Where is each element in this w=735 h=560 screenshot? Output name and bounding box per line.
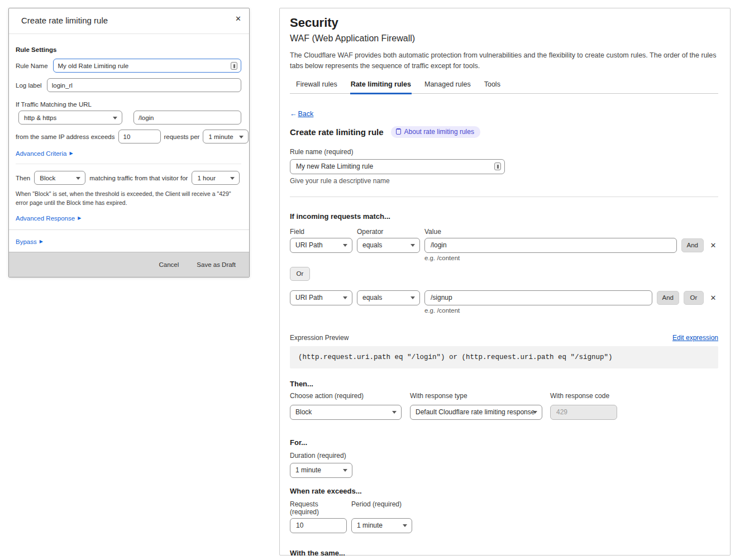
log-label-label: Log label: [16, 82, 42, 89]
duration-select[interactable]: 1 minute: [290, 463, 352, 478]
requests-label: Requests (required): [290, 500, 347, 516]
tab-firewall-rules[interactable]: Firewall rules: [295, 76, 338, 94]
back-arrow-icon: ←: [290, 110, 297, 118]
remove-condition-icon[interactable]: ✕: [708, 241, 718, 250]
back-label: Back: [298, 110, 314, 118]
value-input[interactable]: [424, 238, 677, 253]
scheme-select[interactable]: http & https: [18, 111, 122, 125]
caret-down-icon: [239, 136, 244, 138]
condition-row: URI Path equals And Or ✕: [290, 290, 718, 305]
sample-period-select[interactable]: 1 minute: [203, 130, 249, 143]
then-heading: Then...: [290, 380, 718, 388]
operator-select[interactable]: equals: [357, 238, 420, 253]
bypass-label: Bypass: [16, 238, 37, 245]
about-badge-label: About rate limiting rules: [404, 128, 474, 136]
response-code-input: [550, 405, 617, 420]
field-select-value: URI Path: [295, 294, 323, 301]
response-type-value: Default Cloudflare rate limiting respons…: [416, 408, 534, 416]
url-pattern-input[interactable]: [133, 111, 241, 125]
page-description: The Cloudflare WAF provides both automat…: [290, 50, 718, 71]
tab-rate-limiting-rules[interactable]: Rate limiting rules: [350, 76, 412, 94]
caret-down-icon: [533, 411, 537, 414]
chevron-right-icon: ▶: [69, 151, 73, 156]
threshold-suffix-text: requests per: [164, 133, 200, 140]
threshold-prefix-text: from the same IP address exceeds: [16, 133, 115, 140]
response-type-select[interactable]: Default Cloudflare rate limiting respons…: [410, 405, 542, 420]
or-connector-button[interactable]: Or: [684, 291, 704, 305]
chevron-right-icon: ▶: [78, 216, 81, 221]
action-select[interactable]: Block: [34, 171, 85, 185]
same-heading: With the same...: [290, 549, 718, 557]
request-threshold-input[interactable]: [118, 130, 161, 143]
tab-managed-rules[interactable]: Managed rules: [424, 76, 471, 94]
save-as-draft-button[interactable]: Save as Draft: [197, 261, 236, 268]
autofill-icon[interactable]: [494, 162, 501, 170]
period-select[interactable]: 1 minute: [351, 518, 412, 533]
ban-duration-select[interactable]: 1 hour: [192, 171, 240, 185]
tab-tools[interactable]: Tools: [484, 76, 501, 94]
duration-select-value: 1 minute: [295, 466, 321, 474]
advanced-criteria-label: Advanced Criteria: [16, 150, 66, 157]
then-label: Then: [16, 175, 30, 181]
rule-name-hint: Give your rule a descriptive name: [290, 177, 718, 185]
remove-condition-icon[interactable]: ✕: [708, 294, 718, 302]
close-icon[interactable]: ✕: [235, 15, 241, 23]
caret-down-icon: [411, 244, 415, 247]
action-select-value: Block: [40, 175, 55, 181]
dialog-footer: Cancel Save as Draft: [9, 252, 249, 277]
expression-preview-label: Expression Preview: [290, 334, 349, 342]
dialog-title: Create rate limiting rule: [21, 16, 108, 25]
caret-down-icon: [392, 411, 397, 414]
page-title: Security: [290, 16, 718, 30]
operator-column-label: Operator: [357, 228, 420, 236]
advanced-response-label: Advanced Response: [16, 215, 75, 222]
divider: [9, 229, 249, 230]
operator-select-value: equals: [362, 294, 382, 301]
legacy-rate-limit-dialog: Create rate limiting rule ✕ Rule Setting…: [8, 8, 250, 277]
autofill-icon[interactable]: [231, 62, 237, 70]
traffic-matching-label: If Traffic Matching the URL: [16, 101, 241, 108]
document-icon: [396, 128, 401, 135]
chevron-right-icon: ▶: [40, 240, 43, 244]
log-label-input[interactable]: [47, 78, 241, 92]
and-connector-button[interactable]: And: [657, 291, 679, 305]
operator-select[interactable]: equals: [357, 290, 420, 305]
value-input[interactable]: [424, 290, 652, 305]
caret-down-icon: [230, 177, 235, 180]
rate-heading: When rate exceeds...: [290, 487, 718, 495]
advanced-criteria-link[interactable]: Advanced Criteria ▶: [16, 150, 241, 157]
field-select[interactable]: URI Path: [290, 290, 352, 305]
ban-duration-value: 1 hour: [197, 175, 216, 181]
caret-down-icon: [343, 469, 347, 472]
requests-input[interactable]: [290, 518, 347, 533]
bypass-link[interactable]: Bypass ▶: [16, 238, 241, 245]
scheme-select-value: http & https: [24, 114, 56, 121]
choose-action-label: Choose action (required): [290, 392, 402, 400]
waf-tabs: Firewall rules Rate limiting rules Manag…: [290, 76, 718, 94]
response-code-label: With response code: [550, 392, 617, 400]
period-label: Period (required): [351, 500, 412, 516]
sample-period-value: 1 minute: [208, 133, 233, 140]
or-connector-button[interactable]: Or: [290, 267, 310, 281]
back-link[interactable]: ← Back: [290, 110, 313, 118]
field-column-label: Field: [290, 228, 352, 236]
condition-row: URI Path equals And ✕: [290, 238, 718, 253]
advanced-response-link[interactable]: Advanced Response ▶: [16, 215, 241, 222]
caret-down-icon: [343, 244, 347, 247]
value-hint: e.g. /content: [424, 307, 718, 314]
action-select[interactable]: Block: [290, 405, 402, 420]
edit-expression-link[interactable]: Edit expression: [672, 334, 718, 342]
rule-name-input[interactable]: [290, 159, 505, 174]
security-waf-panel: Security WAF (Web Application Firewall) …: [279, 8, 731, 556]
rule-name-input[interactable]: [53, 59, 241, 73]
block-note-text: When "Block" is set, when the threshold …: [16, 189, 241, 208]
and-connector-button[interactable]: And: [681, 238, 704, 252]
about-rate-limiting-badge[interactable]: About rate limiting rules: [391, 126, 480, 138]
cancel-button[interactable]: Cancel: [159, 261, 179, 268]
field-select[interactable]: URI Path: [290, 238, 352, 253]
caret-down-icon: [113, 117, 117, 119]
then-suffix-text: matching traffic from that visitor for: [89, 175, 188, 181]
caret-down-icon: [343, 296, 347, 299]
rule-name-label: Rule name (required): [290, 148, 718, 156]
field-select-value: URI Path: [295, 241, 323, 249]
